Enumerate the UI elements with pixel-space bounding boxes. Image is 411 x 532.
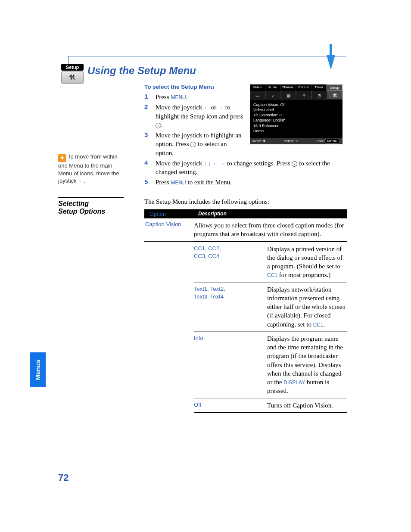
table-row: Text1, Text2,Text3, Text4 Displays netwo… [194,282,347,331]
table-row: CC1, CC2,CC3, CC4 Displays a printed ver… [194,242,347,282]
setup-icon: 🛠 [327,91,342,100]
tv-line: Video Label [253,107,339,112]
step-number: 4 [144,159,149,177]
sub-option-name: CC1, CC2,CC3, CC4 [194,245,267,280]
tv-tab: Audio [265,84,281,91]
sub-option-desc: Displays the program name and the time r… [267,334,347,395]
tv-tabs: Video Audio Channel Parent Timer Setup [250,84,342,91]
arrow-left-icon: ← [204,104,209,111]
step-2: 2 Move the joystick ← or → to highlight … [144,103,243,129]
step-number: 3 [144,131,149,157]
menu-pill: MENU [324,139,340,143]
arrow-left-icon: ← [78,177,84,184]
setup-badge-label: Setup [61,64,84,71]
manual-page: Setup 🛠 Using the Setup Menu ✦To move fr… [0,0,411,532]
instructions-heading: To select the Setup Menu [144,84,243,90]
arrow-right-icon: → [218,104,224,111]
menu-keyword: MENU [171,180,186,186]
option-desc: Allows you to select from three closed c… [194,221,347,239]
select-button-icon: + [190,142,196,147]
tv-tab-active: Setup [327,84,342,91]
parent-icon: ⚲ [296,91,311,100]
setup-badge: Setup 🛠 [61,64,84,84]
section-heading: Selecting Setup Options [58,197,124,215]
arrow-left-icon: ← [213,160,218,167]
step-1: 1 Press MENU. [144,93,243,101]
table-header: Option Description [144,209,347,218]
sub-option-desc: Turns off Caption Vision. [267,401,347,410]
table-row: Off Turns off Caption Vision. [194,398,347,413]
step-number: 2 [144,103,149,129]
section-intro: The Setup Menu includes the following op… [144,198,269,205]
video-icon: ▭ [250,91,265,100]
table-row: Caption Vision Allows you to select from… [144,218,347,242]
sub-option-name: Text1, Text2,Text3, Text4 [194,285,267,329]
options-table: Option Description Caption Vision Allows… [144,209,347,413]
sub-options: CC1, CC2,CC3, CC4 Displays a printed ver… [194,242,347,413]
tip-note: ✦To move from within one Menu to the mai… [58,153,124,185]
timer-icon: ◷ [311,91,327,100]
tv-tab: Channel [280,84,296,91]
select-button-icon: + [156,123,161,128]
dpad-icon: ✥ [263,139,266,143]
tip-text-2: . [84,177,85,184]
tv-icon-row: ▭ ♪ ▤ ⚲ ◷ 🛠 [250,91,342,100]
section-side-tab: Menus [30,352,46,387]
select-button-icon: + [292,161,297,167]
tv-menu-screenshot: Video Audio Channel Parent Timer Setup ▭… [250,84,342,144]
step-number: 1 [144,93,149,101]
sub-option-desc: Displays network/station information pre… [267,285,347,329]
tv-line: Demo [253,128,339,134]
col-description: Description [198,211,227,217]
arrow-up-icon: ↑ [204,160,207,167]
step-number: 5 [144,178,149,187]
step-4: 4 Move the joystick ↑ ↓ ← → to change se… [144,159,347,177]
channel-icon: ▤ [281,91,296,100]
arrow-right-icon: → [220,160,225,167]
tv-menu-body: Caption Vision: Off Video Label Tilt Cor… [250,100,342,138]
tv-line: Tilt Correction: 0 [253,112,339,118]
step-3: 3 Move the joystick to highlight an opti… [144,131,243,157]
sub-option-name: Info [194,334,267,395]
option-name: Caption Vision [144,221,194,239]
page-number: 72 [58,472,68,483]
page-title: Using the Setup Menu [87,65,196,77]
tools-icon: 🛠 [61,72,84,84]
step-5: 5 Press MENU to exit the Menu. [144,178,347,187]
tv-line: Caption Vision: Off [253,102,339,107]
arrow-down-icon: ↓ [208,160,211,167]
menu-keyword: MENU [171,94,186,100]
tv-line: Language: English [253,118,339,123]
tv-line: 16:9 Enhanced [253,123,339,128]
down-arrow-icon [327,55,335,70]
audio-icon: ♪ [265,91,281,100]
sub-option-name: Off [194,401,267,410]
tv-tab: Timer [311,84,327,91]
table-row: Info Displays the program name and the t… [194,331,347,398]
tip-text-1: To move from within one Menu to the main… [58,153,119,184]
instructions-block: To select the Setup Menu 1 Press MENU. 2… [144,84,243,189]
select-icon: ⊕ [296,139,299,143]
col-option: Option [149,211,198,217]
tv-tab: Video [250,84,265,91]
lightbulb-icon: ✦ [58,154,66,162]
tv-footer: Move: ✥ Select: ⊕ End: MENU [250,138,342,144]
sub-option-desc: Displays a printed version of the dialog… [267,245,347,280]
tv-tab: Parent [296,84,311,91]
